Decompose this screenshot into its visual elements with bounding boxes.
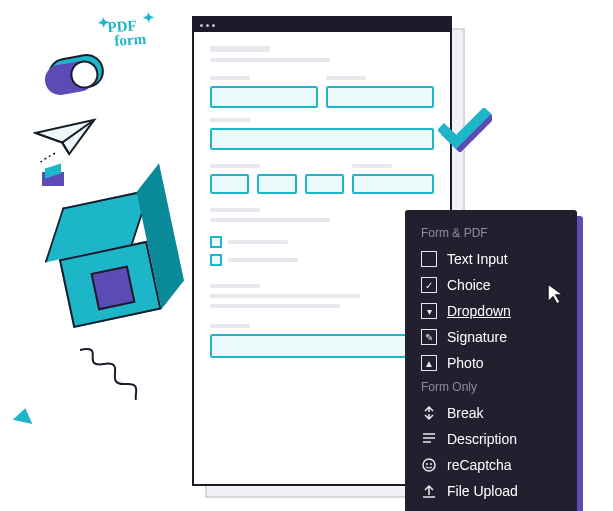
- field-type-menu: Form & PDF Text Input ✓ Choice ▾ Dropdow…: [405, 210, 577, 511]
- menu-section-title: Form Only: [405, 376, 577, 400]
- menu-item-label: Choice: [447, 277, 491, 293]
- cursor-icon: [546, 282, 566, 310]
- dropdown-field[interactable]: [352, 174, 434, 194]
- menu-item-label: Description: [447, 431, 517, 447]
- text-input-field[interactable]: [326, 86, 434, 108]
- break-icon: [421, 405, 437, 421]
- menu-item-file-upload[interactable]: File Upload: [405, 478, 577, 504]
- signature-icon: ✎: [421, 329, 437, 345]
- menu-item-photo[interactable]: ▲ Photo: [405, 350, 577, 376]
- pdf-form-badge: ✦ PDF form ✦: [107, 19, 146, 49]
- menu-item-text-input[interactable]: Text Input: [405, 246, 577, 272]
- paper-plane-icon: [32, 115, 106, 165]
- choice-option[interactable]: [210, 254, 222, 266]
- menu-item-label: Break: [447, 405, 484, 421]
- recaptcha-icon: [421, 457, 437, 473]
- text-input-icon: [421, 251, 437, 267]
- decorative-chip: [42, 172, 64, 186]
- menu-item-break[interactable]: Break: [405, 400, 577, 426]
- menu-item-signature[interactable]: ✎ Signature: [405, 324, 577, 350]
- svg-point-1: [426, 463, 428, 465]
- svg-point-0: [423, 459, 435, 471]
- menu-item-recaptcha[interactable]: reCaptcha: [405, 452, 577, 478]
- text-input-field[interactable]: [210, 86, 318, 108]
- text-input-field[interactable]: [210, 128, 434, 150]
- description-icon: [421, 431, 437, 447]
- photo-icon: ▲: [421, 355, 437, 371]
- menu-item-label: Photo: [447, 355, 484, 371]
- menu-item-description[interactable]: Description: [405, 426, 577, 452]
- menu-item-label: Signature: [447, 329, 507, 345]
- text-input-field[interactable]: [210, 334, 434, 358]
- small-field[interactable]: [257, 174, 296, 194]
- choice-option[interactable]: [210, 236, 222, 248]
- menu-item-label: Dropdown: [447, 303, 511, 319]
- squiggle-icon: [76, 344, 146, 408]
- triangle-icon: [13, 406, 35, 424]
- menu-item-label: Text Input: [447, 251, 508, 267]
- menu-item-label: File Upload: [447, 483, 518, 499]
- menu-section-title: Form & PDF: [405, 222, 577, 246]
- small-field[interactable]: [305, 174, 344, 194]
- file-upload-icon: [421, 483, 437, 499]
- svg-point-2: [430, 463, 432, 465]
- toggle-illustration: [45, 51, 106, 94]
- choice-icon: ✓: [421, 277, 437, 293]
- cube-illustration: [49, 192, 162, 328]
- window-titlebar: [194, 18, 450, 32]
- window-dot: [200, 24, 203, 27]
- dropdown-icon: ▾: [421, 303, 437, 319]
- window-dot: [212, 24, 215, 27]
- badge-line2: form: [108, 30, 147, 49]
- checkmark-illustration: [438, 108, 492, 156]
- small-field[interactable]: [210, 174, 249, 194]
- window-dot: [206, 24, 209, 27]
- menu-item-label: reCaptcha: [447, 457, 512, 473]
